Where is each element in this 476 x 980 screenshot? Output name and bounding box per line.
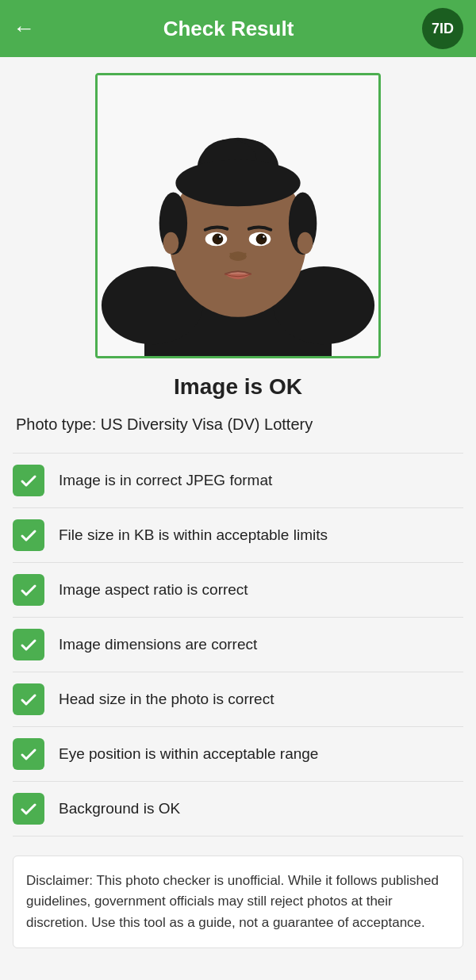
status-label: Image is OK: [13, 374, 463, 400]
app-logo: 7ID: [422, 8, 463, 49]
list-item: Background is OK: [13, 782, 463, 836]
back-button[interactable]: ←: [13, 16, 35, 41]
check-item-label: Eye position is within acceptable range: [59, 745, 318, 763]
check-item-label: Image dimensions are correct: [59, 636, 257, 653]
check-item-label: Image aspect ratio is correct: [59, 581, 248, 599]
photo-frame: [95, 73, 381, 358]
list-item: Image aspect ratio is correct: [13, 563, 463, 618]
check-icon: [13, 574, 44, 606]
check-icon: [13, 793, 44, 825]
check-icon: [13, 738, 44, 770]
check-icon: [13, 629, 44, 660]
list-item: Eye position is within acceptable range: [13, 727, 463, 782]
list-item: Image is in correct JPEG format: [13, 453, 463, 508]
disclaimer-text: Disclaimer: This photo checker is unoffi…: [26, 873, 439, 930]
check-item-label: Head size in the photo is correct: [59, 691, 274, 708]
check-list: Image is in correct JPEG format File siz…: [13, 453, 463, 836]
svg-point-15: [213, 234, 224, 245]
check-icon: [13, 465, 44, 496]
svg-point-23: [298, 232, 313, 255]
check-item-label: File size in KB is within acceptable lim…: [59, 526, 328, 544]
passport-photo: [98, 75, 378, 356]
photo-type-label: Photo type: US Diversity Visa (DV) Lotte…: [13, 415, 463, 434]
photo-container: [13, 73, 463, 358]
check-icon: [13, 519, 44, 551]
check-item-label: Image is in correct JPEG format: [59, 472, 272, 489]
app-header: ← Check Result 7ID: [0, 0, 476, 57]
disclaimer-box: Disclaimer: This photo checker is unoffi…: [13, 856, 463, 948]
list-item: File size in KB is within acceptable lim…: [13, 508, 463, 563]
list-item: Head size in the photo is correct: [13, 672, 463, 727]
svg-point-16: [256, 234, 267, 245]
svg-point-12: [175, 159, 300, 206]
svg-point-19: [219, 235, 221, 237]
list-item: Image dimensions are correct: [13, 618, 463, 672]
check-item-label: Background is OK: [59, 800, 180, 817]
check-icon: [13, 683, 44, 715]
svg-point-22: [163, 232, 179, 255]
page-title: Check Result: [35, 17, 422, 41]
svg-point-20: [263, 235, 264, 237]
main-content: Image is OK Photo type: US Diversity Vis…: [0, 57, 476, 964]
